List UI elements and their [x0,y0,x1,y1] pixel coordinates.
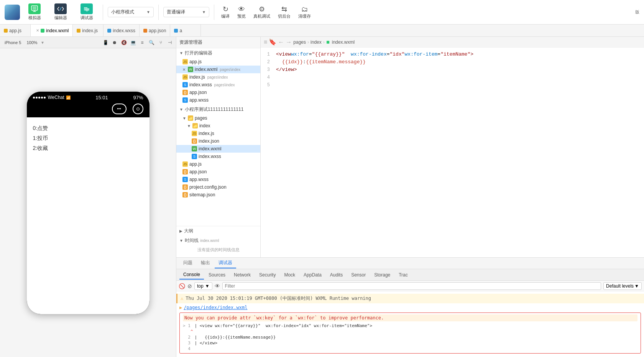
open-file-indexjs[interactable]: JS index.js pages\index [176,73,260,81]
tab-app-js[interactable]: app.js [0,25,31,37]
tree-indexwxss[interactable]: S index.wxss [176,153,260,160]
fwd-nav-btn[interactable]: → [286,39,292,46]
tab-index-wxss[interactable]: index.wxss [104,25,140,37]
realtest-btn[interactable]: ⚙ 真机调试 [253,5,270,19]
filter-input[interactable] [222,282,601,290]
console-top-select[interactable]: top ▼ [194,282,212,290]
switch-btn[interactable]: ⇆ 切后台 [278,5,291,19]
phone-frame: WeChat 📶 15:01 97% ••• ⊙ 0:点赞 [27,92,150,314]
open-editors-header[interactable]: ▼ 打开的编辑器 [176,48,260,58]
tab-index-js[interactable]: index.js [73,25,104,37]
tree-appwxss[interactable]: S app.wxss [176,176,260,183]
tree-indexjs[interactable]: JS index.js [176,130,260,137]
project-header[interactable]: ▼ 小程序测试11111111111111 [176,105,260,114]
list-icon[interactable]: ≡ [139,39,145,46]
open-editors-section: ▼ 打开的编辑器 JS app.js ✕ W index.wxml pages\… [176,48,260,104]
level-select[interactable]: Default levels ▼ [603,282,642,290]
devtools-tab-storage[interactable]: Storage [370,271,394,279]
devtools-tab-appdata[interactable]: AppData [300,271,325,279]
search-icon[interactable]: 🔍 [148,39,154,46]
file-link[interactable]: /pages/index/index.wxml [184,305,247,310]
editor-breadcrumb: pages › index › ◼ index.wxml [293,39,355,45]
tree-icon-projectconfig: {} [182,184,188,190]
phone-icon[interactable]: 📱 [102,39,108,46]
back-nav-btn[interactable]: ← [278,39,284,46]
open-file-appjs[interactable]: JS app.js [176,58,260,66]
mode-label: 小程序模式 [111,9,134,15]
switch-btn-label: 切后台 [278,13,291,19]
code-area[interactable]: 1 2 3 4 5 <view wx:for="{{array}}" wx:fo… [261,48,644,257]
open-file-appwxss[interactable]: S app.wxss [176,96,260,104]
index-folder[interactable]: ▼ 📁 index [176,122,260,130]
nav-icon[interactable]: ⊣ [167,39,173,46]
compile-dropdown[interactable]: 普通编译 ▼ [163,7,209,17]
record-icon[interactable]: ⏺ [112,39,118,46]
tree-appjs[interactable]: JS app.js [176,160,260,168]
file-panel-header: 资源管理器 [176,37,260,48]
tablet-icon[interactable]: 💻 [130,39,136,46]
preview-btn[interactable]: 👁 预览 [237,5,246,19]
error-highlight: Now you can provide attr `wx:key` for a … [183,314,637,321]
hamburger-btn[interactable]: ≡ [264,39,267,46]
devtools-tab-trac[interactable]: Trac [395,271,412,279]
branch-icon[interactable]: ⑂ [158,39,164,46]
tree-icon-indexwxss: S [192,154,197,159]
mute-icon[interactable]: 🔇 [121,39,127,46]
open-file-appjson[interactable]: {} app.json [176,89,260,96]
home-btn[interactable]: ••• [112,104,127,114]
devtools-tab-network[interactable]: Network [230,271,255,279]
mode-dropdown[interactable]: 小程序模式 ▼ [108,7,154,17]
outline-section[interactable]: ▶ 大纲 [176,226,260,236]
editor-btn[interactable]: 编辑器 [49,2,72,22]
tree-projectconfig[interactable]: {} project.config.json [176,183,260,191]
tree-appjson[interactable]: {} app.json [176,168,260,176]
file-close-btn[interactable]: ✕ [182,67,186,72]
devtools-tab-audits[interactable]: Audits [326,271,347,279]
tab-debugger[interactable]: 调试器 [215,258,236,268]
console-clear-btn[interactable]: 🚫 [179,283,185,289]
tab-app-json[interactable]: app.json [140,25,170,37]
tab-output[interactable]: 输出 [197,258,214,268]
zoom-label[interactable]: 100% [25,39,39,46]
timeline-header[interactable]: ▼ 时间线 index.wxml [179,237,257,244]
tab-index-wxml[interactable]: ✕ index.wxml [31,25,73,37]
devtools-tab-mock[interactable]: Mock [280,271,299,279]
bookmark-btn[interactable]: 🔖 [269,38,276,46]
console-circle-btn[interactable]: ⊘ [187,283,192,289]
device-label[interactable]: iPhone 5 [3,39,23,46]
pages-arrow: ▼ [182,116,186,120]
tab-label-index-wxss: index.wxss [113,28,135,33]
code-lines[interactable]: <view wx:for="{{array}}" wx:for-index="i… [273,51,644,254]
devtools-tab-console[interactable]: Console [179,270,204,280]
tree-name-appjs: app.js [189,161,202,167]
tree-sitemap[interactable]: {} sitemap.json [176,191,260,199]
tab-label-app-a: a [179,28,182,33]
devtools-tab-security[interactable]: Security [255,271,279,279]
file-icon-appjson: {} [182,90,188,95]
tab-close-index-wxml[interactable]: ✕ [36,28,39,33]
file-icon-indexwxml: W [188,67,193,72]
simulator-btn[interactable]: 模拟器 [23,2,46,22]
tree-indexjson[interactable]: {} index.json [176,137,260,145]
tab-icon-app-json [143,29,147,33]
phone-body: 0:点赞 1:投币 2:收藏 [27,117,150,314]
console-eye-btn[interactable]: 👁 [215,283,220,289]
tree-indexwxml[interactable]: W index.wxml [176,145,260,153]
tab-app-a[interactable]: a [170,25,201,37]
devtools-tab-sources[interactable]: Sources [205,271,229,279]
file-name-indexjs: index.js [189,74,205,80]
open-file-indexwxss[interactable]: S index.wxss pages\index [176,81,260,89]
debugger-btn[interactable]: 调试器 [75,2,98,22]
devtools-tab-sensor[interactable]: Sensor [347,271,370,279]
tree-icon-appjs: JS [182,161,188,167]
tree-icon-indexjs: JS [192,131,197,136]
compile-btn[interactable]: ↻ 编译 [221,5,230,19]
top-label: top [197,283,204,289]
tab-problems[interactable]: 问题 [179,258,196,268]
back-btn[interactable]: ⊙ [133,104,143,114]
resource-manager-label: 资源管理器 [179,39,202,45]
code-c3-text: | {{idx}}:{{itemName.message}} [195,335,276,340]
clearcache-btn[interactable]: 🗂 清缓存 [298,5,311,19]
open-file-indexwxml[interactable]: ✕ W index.wxml pages\index [176,66,260,73]
pages-folder[interactable]: ▼ 📁 pages [176,114,260,122]
